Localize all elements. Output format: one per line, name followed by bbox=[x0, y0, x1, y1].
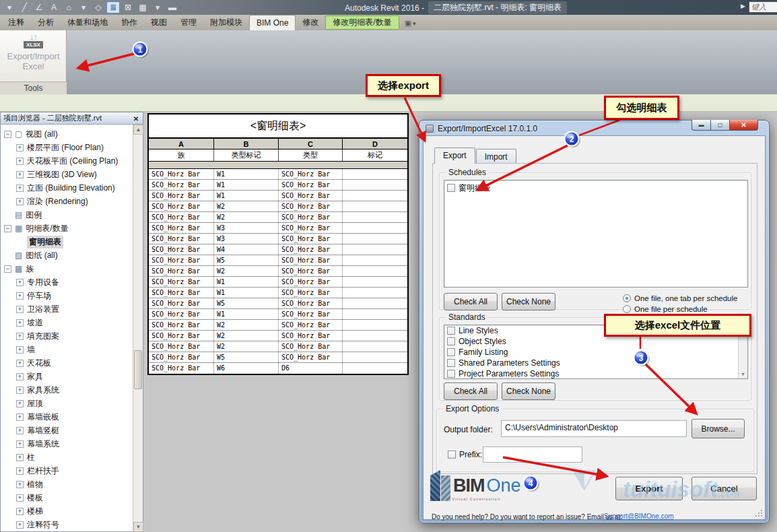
tree-item[interactable]: + 卫浴装置 bbox=[1, 302, 133, 316]
tree-item[interactable]: 窗明细表 bbox=[1, 235, 133, 248]
cell-mark[interactable] bbox=[343, 266, 407, 276]
tree-item[interactable]: + 墙 bbox=[1, 343, 133, 356]
tree-toggle-icon[interactable]: + bbox=[16, 521, 24, 529]
cell-type-mark[interactable]: W6 bbox=[214, 363, 279, 374]
tree-toggle-icon[interactable]: + bbox=[16, 440, 24, 448]
tree-toggle-icon[interactable]: + bbox=[16, 400, 24, 407]
tree-toggle-icon[interactable]: − bbox=[4, 225, 11, 232]
support-email-link[interactable]: Support@BIMOne.com bbox=[604, 512, 674, 520]
cell-type[interactable]: SCO_Horz Bar bbox=[279, 169, 343, 179]
tab-addins[interactable]: 附加模块 bbox=[203, 15, 249, 30]
thin-lines-icon[interactable]: ≣ bbox=[106, 1, 120, 13]
cell-type-mark[interactable]: W3 bbox=[214, 223, 279, 233]
tree-item[interactable]: + 楼层平面 (Floor Plan) bbox=[1, 141, 133, 154]
tree-toggle-icon[interactable]: + bbox=[16, 185, 24, 192]
tree-toggle-icon[interactable]: + bbox=[16, 333, 24, 340]
close-button[interactable]: ✕ bbox=[730, 120, 758, 131]
column-letter[interactable]: A bbox=[149, 139, 214, 149]
schedules-listbox[interactable]: 窗明细表 bbox=[444, 180, 748, 288]
tree-item[interactable]: + 楼板 bbox=[1, 491, 133, 504]
cell-type[interactable]: SCO_Horz Bar bbox=[279, 255, 343, 265]
cell-family[interactable]: SCO_Horz Bar bbox=[149, 223, 214, 233]
tree-toggle-icon[interactable]: + bbox=[16, 292, 24, 300]
cell-type-mark[interactable]: W2 bbox=[214, 320, 279, 330]
cell-family[interactable]: SCO_Horz Bar bbox=[149, 201, 214, 211]
cell-family[interactable]: SCO_Horz Bar bbox=[149, 266, 214, 276]
tree-item[interactable]: + 栏杆扶手 bbox=[1, 464, 133, 477]
cell-family[interactable]: SCO_Horz Bar bbox=[149, 169, 214, 179]
cell-family[interactable]: SCO_Horz Bar bbox=[149, 212, 214, 222]
cell-family[interactable]: SCO_Horz Bar bbox=[149, 288, 214, 298]
standards-check-none-button[interactable]: Check None bbox=[502, 383, 555, 400]
cell-family[interactable]: SCO_Horz Bar bbox=[149, 191, 214, 201]
default-3d-view-icon[interactable]: ⌂ bbox=[62, 1, 75, 13]
cell-mark[interactable] bbox=[343, 201, 407, 211]
tree-item[interactable]: + 专用设备 bbox=[1, 275, 133, 289]
tree-item[interactable]: − ▩ 族 bbox=[1, 262, 133, 275]
tree-item[interactable]: + 坡道 bbox=[1, 316, 133, 329]
cell-family[interactable]: SCO_Horz Bar bbox=[149, 234, 214, 244]
tree-toggle-icon[interactable]: + bbox=[16, 454, 24, 461]
schedule-checkbox-row[interactable]: 窗明细表 bbox=[444, 182, 747, 193]
cell-type-mark[interactable]: W1 bbox=[214, 288, 279, 298]
3d-view-caret-icon[interactable]: ▾ bbox=[77, 1, 90, 13]
tree-toggle-icon[interactable]: + bbox=[16, 158, 24, 165]
qat-customize-caret-icon[interactable]: ▾ bbox=[3, 1, 16, 13]
column-header[interactable]: 族 bbox=[149, 149, 214, 161]
tree-toggle-icon[interactable]: + bbox=[16, 373, 24, 380]
tab-manage[interactable]: 管理 bbox=[174, 15, 203, 30]
cell-type-mark[interactable]: W2 bbox=[214, 331, 279, 341]
cell-type[interactable]: SCO_Horz Bar bbox=[279, 234, 343, 244]
cell-mark[interactable] bbox=[343, 244, 407, 255]
tree-item[interactable]: ▧ 图纸 (all) bbox=[1, 248, 133, 262]
tab-modify[interactable]: 修改 bbox=[296, 15, 325, 30]
tab-analyze[interactable]: 分析 bbox=[31, 15, 61, 30]
tree-item[interactable]: + 植物 bbox=[1, 477, 133, 491]
standard-checkbox-row[interactable]: Object Styles bbox=[444, 336, 747, 347]
checkbox-icon[interactable] bbox=[447, 184, 455, 192]
checkbox-icon[interactable] bbox=[447, 337, 455, 345]
tree-item[interactable]: + 填充图案 bbox=[1, 329, 133, 343]
cell-mark[interactable] bbox=[343, 212, 407, 222]
cell-mark[interactable] bbox=[343, 298, 407, 308]
tree-item[interactable]: − ▦ 明细表/数量 bbox=[1, 222, 133, 235]
tree-item[interactable]: + 停车场 bbox=[1, 289, 133, 302]
export-button[interactable]: Export bbox=[615, 477, 683, 500]
tree-item[interactable]: − ▢ 视图 (all) bbox=[1, 127, 133, 141]
column-letter[interactable]: B bbox=[214, 139, 279, 149]
tab-collaborate[interactable]: 协作 bbox=[114, 15, 144, 30]
column-header[interactable]: 标记 bbox=[343, 149, 407, 161]
infocenter-expand-icon[interactable]: ▶ bbox=[741, 3, 745, 9]
tree-item[interactable]: + 屋顶 bbox=[1, 397, 133, 410]
tree-item[interactable]: + 立面 (Building Elevation) bbox=[1, 181, 133, 195]
tab-view[interactable]: 视图 bbox=[144, 15, 174, 30]
tree-toggle-icon[interactable]: − bbox=[4, 131, 11, 138]
cell-mark[interactable] bbox=[343, 363, 407, 374]
cell-mark[interactable] bbox=[343, 320, 407, 330]
cell-type[interactable]: SCO_Horz Bar bbox=[279, 331, 343, 341]
cell-type-mark[interactable]: W5 bbox=[214, 298, 279, 308]
cell-type[interactable]: SCO_Horz Bar bbox=[279, 320, 343, 330]
cell-type-mark[interactable]: W2 bbox=[214, 266, 279, 276]
switch-windows-icon[interactable]: ▦ bbox=[136, 1, 149, 13]
cell-type-mark[interactable]: W1 bbox=[214, 277, 279, 287]
standard-checkbox-row[interactable]: Project Parameters Settings bbox=[444, 368, 747, 379]
cell-mark[interactable] bbox=[343, 309, 407, 319]
browser-scrollbar[interactable]: ▲ ▼ bbox=[133, 125, 143, 532]
cell-type-mark[interactable]: W5 bbox=[214, 352, 279, 362]
cell-type-mark[interactable]: W1 bbox=[214, 309, 279, 319]
radio-option[interactable]: One file, one tab per schedule bbox=[623, 294, 737, 302]
schedules-check-none-button[interactable]: Check None bbox=[502, 293, 555, 310]
section-icon[interactable]: ◇ bbox=[92, 1, 105, 13]
cell-family[interactable]: SCO_Horz Bar bbox=[149, 341, 214, 352]
cell-type[interactable]: SCO_Horz Bar bbox=[279, 223, 343, 233]
tree-item[interactable]: ▤ 图例 bbox=[1, 208, 133, 222]
checkbox-icon[interactable] bbox=[447, 327, 455, 335]
export-import-excel-button[interactable]: ↓↑ XLSX Export/Import Excel bbox=[0, 32, 67, 81]
cell-mark[interactable] bbox=[343, 352, 407, 362]
column-header[interactable]: 类型标记 bbox=[214, 149, 279, 161]
cell-type-mark[interactable]: W1 bbox=[214, 180, 279, 190]
cell-type-mark[interactable]: W2 bbox=[214, 212, 279, 222]
tree-toggle-icon[interactable]: + bbox=[16, 346, 24, 354]
checkbox-icon[interactable] bbox=[448, 451, 456, 459]
